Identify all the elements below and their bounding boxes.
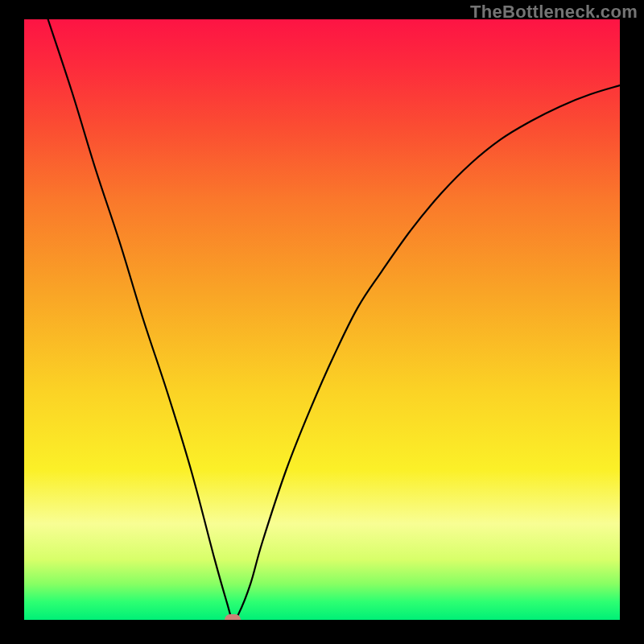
watermark-text: TheBottleneck.com bbox=[470, 2, 638, 23]
plot-area bbox=[24, 19, 620, 620]
chart-frame: TheBottleneck.com bbox=[0, 0, 644, 644]
bottleneck-curve bbox=[24, 19, 620, 620]
optimal-point-marker bbox=[225, 614, 241, 620]
